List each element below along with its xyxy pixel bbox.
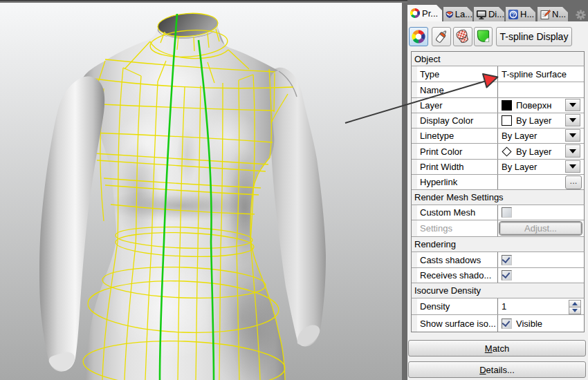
svg-text:?: ? xyxy=(511,11,515,18)
